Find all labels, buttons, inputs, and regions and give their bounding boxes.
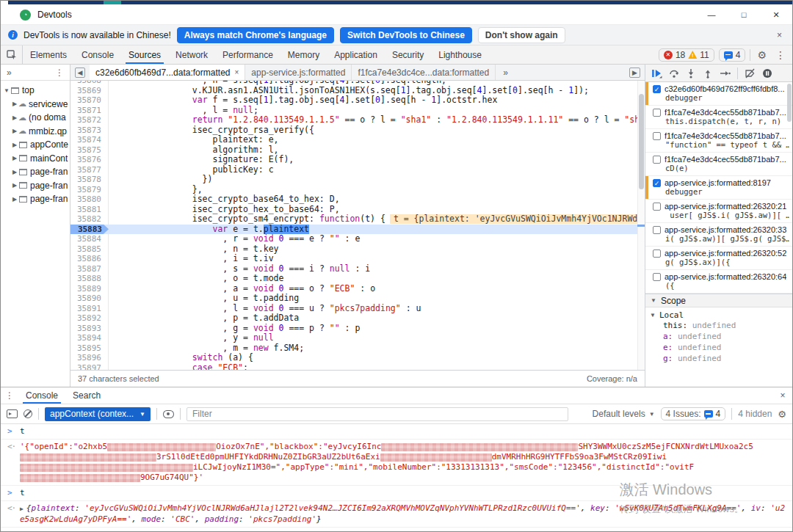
line-number[interactable]: 35875 bbox=[70, 145, 109, 156]
tree-item-mainCont[interactable]: ▶mainCont bbox=[1, 152, 70, 166]
deactivate-breakpoints-icon[interactable] bbox=[745, 68, 756, 79]
infobar-button-0[interactable]: Always match Chrome's language bbox=[177, 27, 334, 43]
line-number[interactable]: 35874 bbox=[70, 135, 109, 145]
code-line[interactable]: 35884 , r = void 0 === e ? "" : e bbox=[70, 234, 637, 244]
expand-triangle-icon[interactable]: ▶ bbox=[20, 506, 23, 512]
live-expression-eye-icon[interactable] bbox=[163, 410, 174, 418]
clear-console-icon[interactable] bbox=[23, 409, 32, 418]
tab-sources[interactable]: Sources bbox=[121, 45, 168, 64]
infobar-button-1[interactable]: Switch DevTools to Chinese bbox=[340, 27, 472, 43]
console-issues-pill[interactable]: 4 Issues: 4 bbox=[661, 407, 726, 420]
scope-variable-e[interactable]: e: undefined bbox=[645, 343, 792, 354]
breakpoint-checkbox[interactable] bbox=[653, 109, 661, 117]
line-number[interactable]: 35869 bbox=[70, 86, 109, 96]
step-into-icon[interactable] bbox=[686, 68, 696, 79]
step-over-icon[interactable] bbox=[669, 68, 679, 79]
show-navigator-icon[interactable]: ◀ bbox=[70, 65, 90, 80]
code-line[interactable]: 35871 , l = null; bbox=[70, 106, 637, 116]
line-number[interactable]: 35889 bbox=[70, 284, 109, 294]
step-icon[interactable] bbox=[720, 68, 731, 79]
pause-on-exceptions-icon[interactable] bbox=[762, 68, 772, 79]
code-line[interactable]: 35885 , n = t.key bbox=[70, 244, 637, 255]
navigator-kebab-icon[interactable]: ⋮ bbox=[55, 68, 64, 78]
breakpoint-checkbox[interactable] bbox=[653, 226, 661, 234]
breakpoint-checkbox[interactable]: ✓ bbox=[653, 85, 661, 93]
breakpoint-entry-3[interactable]: f1fca7e4e3dc4cec55db871bab7...cD(e) bbox=[645, 153, 792, 176]
line-number[interactable]: 35893 bbox=[70, 324, 109, 334]
scope-variable-g[interactable]: g: undefined bbox=[645, 354, 792, 365]
code-line[interactable]: 35888 , o = t.mode bbox=[70, 274, 637, 284]
tab-security[interactable]: Security bbox=[385, 45, 431, 64]
tab-performance[interactable]: Performance bbox=[215, 45, 280, 64]
tab-console[interactable]: Console bbox=[74, 45, 121, 64]
code-line[interactable]: 35889 , a = void 0 === o ? "ECB" : o bbox=[70, 284, 637, 294]
line-number[interactable]: 35894 bbox=[70, 333, 109, 343]
code-line[interactable]: 35892 , p = t.addData bbox=[70, 313, 637, 324]
breakpoint-checkbox[interactable] bbox=[653, 249, 661, 258]
scope-local-section[interactable]: ▼ Local bbox=[645, 309, 792, 321]
scope-variable-this[interactable]: this: undefined bbox=[645, 321, 792, 332]
execution-context-select[interactable]: appContext (contex... ▼ bbox=[45, 407, 151, 421]
code-line[interactable]: 35881 isec_crypto_hex_to_base64: P, bbox=[70, 205, 637, 215]
settings-gear-icon[interactable]: ⚙ bbox=[755, 49, 769, 61]
line-number[interactable]: 35896 bbox=[70, 353, 109, 363]
code-line[interactable]: 35879 }, bbox=[70, 185, 637, 195]
breakpoint-entry-8[interactable]: app-service.js:formatted:26320:64({ bbox=[645, 270, 792, 294]
breakpoint-checkbox[interactable] bbox=[653, 156, 661, 164]
code-line[interactable]: 35880 isec_crypto_base64_to_hex: D, bbox=[70, 194, 637, 205]
line-number[interactable]: 35876 bbox=[70, 155, 109, 165]
code-line[interactable]: 35872 return "1.2.840.113549.1.1.5" == o… bbox=[70, 115, 637, 125]
code-line[interactable]: 35877 publicKey: c bbox=[70, 165, 637, 175]
breakpoint-entry-1[interactable]: f1fca7e4e3dc4cec55db871bab7...this.dispa… bbox=[645, 106, 792, 129]
tab-elements[interactable]: Elements bbox=[23, 45, 74, 64]
more-options-kebab-icon[interactable]: ⋮ bbox=[773, 49, 788, 61]
line-number[interactable]: 35882 bbox=[70, 214, 109, 225]
line-number[interactable]: 35880 bbox=[70, 194, 109, 205]
maximize-button[interactable]: □ bbox=[728, 5, 760, 24]
editor-scrollbar[interactable] bbox=[637, 81, 645, 370]
tree-item-appConte[interactable]: ▶appConte bbox=[1, 138, 70, 152]
breakpoint-checkbox[interactable] bbox=[653, 273, 661, 281]
tab-memory[interactable]: Memory bbox=[280, 45, 327, 64]
breakpoint-entry-6[interactable]: app-service.js:formatted:26320:33i(_gJS$… bbox=[645, 223, 792, 247]
line-number[interactable]: 35884 bbox=[70, 234, 109, 244]
code-line[interactable]: 35891 , l = void 0 === u ? "pkcs7padding… bbox=[70, 304, 637, 314]
tree-item-top[interactable]: ▼top bbox=[1, 84, 70, 98]
console-sidebar-toggle-icon[interactable] bbox=[7, 409, 18, 419]
line-number[interactable]: 35890 bbox=[70, 294, 109, 304]
console-input-entry[interactable]: >t bbox=[1, 424, 792, 440]
breakpoint-entry-2[interactable]: f1fca7e4e3dc4cec55db871bab7..."function"… bbox=[645, 129, 792, 153]
console-input-entry[interactable]: >t bbox=[1, 486, 792, 501]
line-number[interactable]: 35879 bbox=[70, 185, 109, 195]
code-line[interactable]: 35878 }) bbox=[70, 175, 637, 185]
line-number[interactable]: 35870 bbox=[70, 95, 109, 106]
console-settings-gear-icon[interactable]: ⚙ bbox=[778, 409, 786, 420]
line-number[interactable]: 35873 bbox=[70, 125, 109, 136]
line-number[interactable]: 35883 bbox=[70, 225, 109, 235]
line-number[interactable]: 35886 bbox=[70, 254, 109, 264]
file-tab-close-icon[interactable]: × bbox=[234, 68, 239, 76]
console-result-entry[interactable]: <·'{"openId":"o2hxb5OiozOx7nE","blackbox… bbox=[1, 440, 792, 486]
console-result-entry[interactable]: <·▶{plaintext: 'eyJvcGVuSWQiOiJvMmh4YjVO… bbox=[1, 501, 792, 528]
tab-lighthouse[interactable]: Lighthouse bbox=[431, 45, 489, 64]
file-tab-0[interactable]: c32e6d60fb469d7...data:formatted× bbox=[90, 65, 245, 80]
scrollbar-thumb[interactable] bbox=[639, 94, 644, 189]
breakpoint-entry-4[interactable]: ✓app-service.js:formatted:8197debugger bbox=[645, 176, 792, 200]
tree-item-pagefran[interactable]: ▶page-fran bbox=[1, 192, 70, 206]
line-number[interactable]: 35878 bbox=[70, 175, 109, 185]
code-line[interactable]: 35887 , s = void 0 === i ? null : i bbox=[70, 264, 637, 274]
tab-application[interactable]: Application bbox=[327, 45, 385, 64]
tree-item-servicewe[interactable]: ▶☁servicewe bbox=[1, 98, 70, 112]
line-number[interactable]: 35888 bbox=[70, 274, 109, 284]
code-line[interactable]: 35876 signature: E(f), bbox=[70, 155, 637, 165]
breakpoint-entry-7[interactable]: app-service.js:formatted:26320:52g(_gJS$… bbox=[645, 247, 792, 270]
issues-pill[interactable]: 4 bbox=[719, 48, 746, 62]
line-number[interactable]: 35895 bbox=[70, 343, 109, 354]
line-number[interactable]: 35892 bbox=[70, 313, 109, 324]
breakpoint-entry-5[interactable]: app-service.js:formatted:26320:21_user[_… bbox=[645, 200, 792, 223]
file-tab-1[interactable]: app-service.js:formatted bbox=[245, 65, 352, 80]
minimize-button[interactable]: — bbox=[695, 5, 728, 24]
console-output[interactable]: >t<·'{"openId":"o2hxb5OiozOx7nE","blackb… bbox=[1, 424, 792, 531]
line-number[interactable]: 35871 bbox=[70, 106, 109, 116]
code-line[interactable]: 35869 v.KJUR.asn1.ASN1Util.jsonToASN1HEX… bbox=[70, 86, 637, 96]
